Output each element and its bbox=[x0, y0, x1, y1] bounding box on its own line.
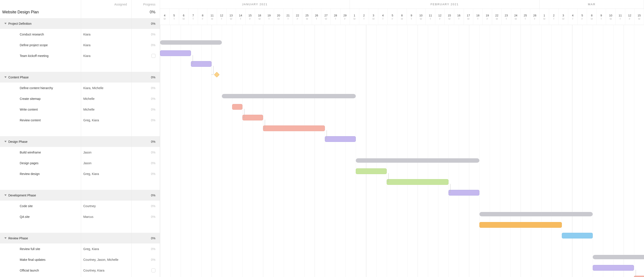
day-header: 2T bbox=[359, 9, 369, 25]
section-row[interactable]: Content Phase0% bbox=[0, 72, 160, 83]
task-bar[interactable] bbox=[387, 179, 448, 185]
day-header: 27W bbox=[321, 9, 331, 25]
summary-bar[interactable] bbox=[593, 255, 644, 259]
task-name: Review content bbox=[20, 118, 41, 122]
task-bar[interactable] bbox=[356, 168, 387, 174]
day-header: 18M bbox=[255, 9, 264, 25]
task-bar[interactable] bbox=[448, 190, 480, 196]
task-row[interactable]: Create sitemapMichelle0% bbox=[0, 93, 160, 104]
day-header: 9T bbox=[597, 9, 606, 25]
task-rows: Website Design Plan0%Project Definition0… bbox=[0, 6, 160, 277]
chevron-down-icon[interactable] bbox=[4, 194, 6, 196]
milestone-checkbox[interactable] bbox=[152, 54, 156, 58]
timeline-grid bbox=[160, 25, 644, 277]
month-header: MAR bbox=[540, 0, 644, 8]
dependency-link bbox=[325, 130, 327, 139]
task-name: Official launch bbox=[20, 269, 39, 272]
task-bar[interactable] bbox=[562, 233, 593, 239]
day-header: 4T bbox=[378, 9, 388, 25]
day-header: 5T bbox=[170, 9, 179, 25]
task-bar[interactable] bbox=[263, 125, 325, 131]
section-row[interactable]: Design Phase0% bbox=[0, 136, 160, 147]
column-header-progress[interactable]: Progress bbox=[132, 0, 160, 6]
task-name: Define content hierarchy bbox=[20, 86, 53, 90]
summary-bar[interactable] bbox=[480, 212, 593, 216]
day-header: 6W bbox=[179, 9, 188, 25]
chevron-down-icon[interactable] bbox=[4, 141, 6, 142]
task-row[interactable]: Build wireframeJason0% bbox=[0, 147, 160, 158]
summary-bar[interactable] bbox=[356, 158, 480, 163]
day-header: 8M bbox=[397, 9, 406, 25]
day-header: 3W bbox=[558, 9, 568, 25]
day-header: 12T bbox=[217, 9, 226, 25]
summary-bar[interactable] bbox=[160, 40, 222, 45]
task-bar[interactable] bbox=[593, 265, 634, 271]
task-row[interactable]: Official launchCourtney, Kiara bbox=[0, 265, 160, 276]
day-header: 9T bbox=[407, 9, 416, 25]
task-bar[interactable] bbox=[232, 104, 242, 110]
task-list-panel: Assigned Progress Website Design Plan0%P… bbox=[0, 0, 160, 277]
day-header: 25M bbox=[302, 9, 312, 25]
dependency-link bbox=[448, 184, 450, 193]
summary-bar[interactable] bbox=[222, 94, 356, 98]
day-header: 22F bbox=[293, 9, 302, 25]
task-row[interactable]: Review contentGreg, Kiara0% bbox=[0, 115, 160, 125]
day-header: 11T bbox=[616, 9, 625, 25]
project-title: Website Design Plan bbox=[2, 10, 39, 14]
timeline-panel[interactable]: JANUARY 2021FEBRUARY 2021MAR 4M5T6W7T8F1… bbox=[160, 0, 644, 277]
day-header: 18T bbox=[473, 9, 483, 25]
task-row[interactable]: Define content hierarchyKiara, Michelle0… bbox=[0, 83, 160, 93]
task-bar[interactable] bbox=[191, 61, 212, 67]
chevron-down-icon[interactable] bbox=[4, 23, 6, 24]
chevron-down-icon[interactable] bbox=[4, 237, 6, 239]
day-header: 5F bbox=[388, 9, 397, 25]
day-header: 15F bbox=[246, 9, 255, 25]
task-bar[interactable] bbox=[480, 222, 562, 228]
section-row[interactable]: Review Phase0% bbox=[0, 233, 160, 244]
day-header: 13W bbox=[226, 9, 236, 25]
milestone-checkbox[interactable] bbox=[152, 269, 156, 273]
day-header: 3W bbox=[369, 9, 378, 25]
section-name: Review Phase bbox=[8, 237, 28, 240]
task-row[interactable]: Design pagesJason0% bbox=[0, 158, 160, 168]
task-bar[interactable] bbox=[325, 136, 356, 142]
day-header: 22M bbox=[492, 9, 502, 25]
day-header: 12F bbox=[625, 9, 634, 25]
task-row[interactable]: Make final updatesCourtney, Jason, Miche… bbox=[0, 254, 160, 265]
column-header-assigned[interactable]: Assigned bbox=[81, 0, 132, 6]
task-row[interactable]: Define project scopeKiara0% bbox=[0, 40, 160, 50]
task-row[interactable]: Review full siteGreg, Kiara0% bbox=[0, 244, 160, 254]
day-header: 25T bbox=[520, 9, 530, 25]
spacer-row bbox=[0, 61, 160, 72]
task-name: Write content bbox=[20, 108, 38, 111]
day-header: 15M bbox=[445, 9, 454, 25]
task-name: QA site bbox=[20, 215, 30, 219]
task-row[interactable]: Code siteCourtney0% bbox=[0, 201, 160, 211]
timeline-header: JANUARY 2021FEBRUARY 2021MAR 4M5T6W7T8F1… bbox=[160, 0, 644, 25]
day-header: 7T bbox=[188, 9, 198, 25]
day-header: 28T bbox=[331, 9, 340, 25]
day-header: 26F bbox=[530, 9, 540, 25]
task-row[interactable]: Write contentMichelle0% bbox=[0, 104, 160, 115]
task-bar[interactable] bbox=[242, 115, 263, 120]
task-bar[interactable] bbox=[160, 50, 191, 56]
task-row[interactable]: Conduct researchKiara0% bbox=[0, 29, 160, 40]
day-header: 15M bbox=[634, 9, 644, 25]
day-header: 4T bbox=[568, 9, 578, 25]
task-row[interactable]: Review designGreg, Kiara0% bbox=[0, 168, 160, 179]
task-row[interactable]: Team kickoff meetingKiara bbox=[0, 50, 160, 61]
spacer-row bbox=[0, 125, 160, 136]
task-name: Conduct research bbox=[20, 33, 44, 36]
section-row[interactable]: Development Phase0% bbox=[0, 190, 160, 201]
spacer-row bbox=[0, 276, 160, 277]
task-name: Create sitemap bbox=[20, 97, 40, 100]
task-row[interactable]: QA siteMarcus0% bbox=[0, 211, 160, 222]
task-name: Review full site bbox=[20, 247, 40, 251]
chevron-down-icon[interactable] bbox=[4, 76, 6, 78]
dependency-link bbox=[191, 55, 193, 64]
project-title-row[interactable]: Website Design Plan0% bbox=[0, 6, 160, 18]
task-name: Team kickoff meeting bbox=[20, 54, 48, 58]
day-header: 10W bbox=[416, 9, 426, 25]
dependency-link bbox=[386, 173, 389, 182]
section-row[interactable]: Project Definition0% bbox=[0, 18, 160, 29]
